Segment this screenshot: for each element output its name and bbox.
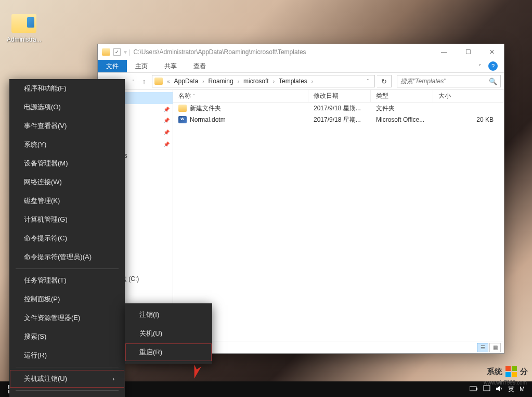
tab-share[interactable]: 共享: [156, 60, 185, 72]
winx-item-network[interactable]: 网络连接(W): [9, 173, 125, 191]
pin-icon: 📌: [163, 142, 170, 147]
list-header: 名称˄ 修改日期 类型 大小: [173, 90, 504, 103]
winx-item-system[interactable]: 系统(Y): [9, 135, 125, 154]
help-icon[interactable]: ?: [488, 61, 498, 71]
winx-item-search[interactable]: 搜索(S): [9, 327, 125, 346]
submenu-restart[interactable]: 重启(R): [125, 343, 212, 362]
sort-indicator: ˄: [193, 94, 195, 98]
navbar: ← → ˅ ↑ « AppData › Roaming › microsoft …: [98, 73, 504, 90]
svg-rect-6: [470, 387, 476, 391]
desktop-icon-admin[interactable]: Administra...: [7, 13, 42, 43]
desktop-icon-label: Administra...: [7, 36, 42, 43]
view-details-button[interactable]: ☰: [477, 343, 488, 352]
winx-item-compmgmt[interactable]: 计算机管理(G): [9, 210, 125, 229]
svg-rect-7: [476, 388, 477, 390]
tray-network-icon[interactable]: [483, 385, 490, 394]
winx-item-devmgr[interactable]: 设备管理器(M): [9, 154, 125, 173]
column-header-modified[interactable]: 修改日期: [308, 90, 371, 102]
word-doc-icon: [178, 116, 187, 123]
chevron-right-icon[interactable]: ›: [272, 79, 276, 84]
minimize-button[interactable]: —: [432, 44, 456, 60]
winx-item-taskmgr[interactable]: 任务管理器(T): [9, 271, 125, 290]
winx-item-cmd-admin[interactable]: 命令提示符(管理员)(A): [9, 248, 125, 266]
column-header-type[interactable]: 类型: [371, 90, 433, 102]
breadcrumb-item[interactable]: microsoft: [241, 78, 271, 85]
chevron-right-icon[interactable]: ›: [310, 79, 314, 84]
winx-item-run[interactable]: 运行(R): [9, 346, 125, 365]
tray-battery-icon[interactable]: [470, 386, 478, 393]
ribbon-expand-icon[interactable]: ˅: [474, 60, 485, 72]
list-item[interactable]: Normal.dotm 2017/9/18 星期... Microsoft Of…: [173, 114, 504, 125]
up-button[interactable]: ↑: [138, 75, 150, 87]
search-box[interactable]: 🔍: [397, 75, 501, 87]
submenu-signout[interactable]: 注销(I): [125, 305, 212, 324]
titlebar[interactable]: ✓ ▾ | C:\Users\Administrator\AppData\Roa…: [98, 44, 504, 60]
winx-item-power[interactable]: 电源选项(O): [9, 98, 125, 117]
chevron-right-icon: ›: [113, 376, 114, 382]
folder-icon: [178, 105, 187, 112]
svg-rect-8: [484, 386, 490, 391]
folder-icon: [11, 13, 36, 34]
submenu-shutdown[interactable]: 关机(U): [125, 324, 212, 343]
winx-item-explorer[interactable]: 文件资源管理器(E): [9, 309, 125, 327]
view-large-icons-button[interactable]: ▦: [489, 343, 501, 352]
breadcrumb-item[interactable]: AppData: [172, 78, 201, 85]
chevron-right-icon[interactable]: ›: [201, 79, 205, 84]
winx-menu: 程序和功能(F) 电源选项(O) 事件查看器(V) 系统(Y) 设备管理器(M)…: [9, 79, 125, 397]
breadcrumb[interactable]: « AppData › Roaming › microsoft › Templa…: [152, 75, 375, 87]
pin-icon: 📌: [163, 107, 170, 112]
folder-icon: [102, 48, 110, 56]
winx-item-programs[interactable]: 程序和功能(F): [9, 79, 125, 98]
winx-item-shutdown[interactable]: 关机或注销(U)›: [9, 369, 125, 388]
tray-ime-mode[interactable]: M: [520, 386, 525, 393]
separator: [16, 367, 119, 367]
list-body[interactable]: 新建文件夹 2017/9/18 星期... 文件夹 Normal.dotm 20…: [173, 103, 504, 341]
watermark: 系统 分: [487, 366, 528, 377]
refresh-button[interactable]: ↻: [377, 75, 392, 87]
system-tray: 英 M: [470, 385, 530, 394]
winx-item-eventviewer[interactable]: 事件查看器(V): [9, 117, 125, 135]
chevron-right-icon[interactable]: ›: [237, 79, 240, 84]
separator: ▾ |: [124, 48, 130, 56]
folder-icon: [154, 78, 163, 85]
separator: [16, 390, 119, 391]
watermark-logo-icon: [505, 366, 517, 377]
shutdown-submenu: 注销(I) 关机(U) 重启(R): [125, 303, 212, 364]
search-icon[interactable]: 🔍: [489, 78, 497, 85]
winx-item-diskmgmt[interactable]: 磁盘管理(K): [9, 191, 125, 210]
breadcrumb-item[interactable]: Templates: [277, 78, 309, 85]
annotation-arrow-icon: [188, 364, 204, 380]
watermark-url: www.win7999.com: [484, 380, 527, 386]
tab-view[interactable]: 查看: [185, 60, 214, 72]
winx-item-cmd[interactable]: 命令提示符(C): [9, 229, 125, 248]
chevron-right-icon[interactable]: «: [166, 79, 171, 84]
quick-access-toolbar-item[interactable]: ✓: [113, 48, 121, 56]
ribbon-tabs: 文件 主页 共享 查看 ˅ ?: [98, 60, 504, 73]
history-dropdown[interactable]: ˅: [130, 79, 136, 84]
file-list: 名称˄ 修改日期 类型 大小 新建文件夹 2017/9/18 星期... 文件夹…: [173, 90, 504, 341]
winx-item-control[interactable]: 控制面板(P): [9, 290, 125, 309]
column-header-size[interactable]: 大小: [433, 90, 504, 102]
tab-home[interactable]: 主页: [127, 60, 156, 72]
maximize-button[interactable]: ☐: [456, 44, 480, 60]
window-title: C:\Users\Administrator\AppData\Roaming\m…: [133, 48, 432, 56]
breadcrumb-dropdown[interactable]: ˅: [364, 79, 372, 84]
window-controls: — ☐ ✕: [432, 44, 504, 60]
pin-icon: 📌: [163, 130, 170, 135]
close-button[interactable]: ✕: [480, 44, 504, 60]
list-item[interactable]: 新建文件夹 2017/9/18 星期... 文件夹: [173, 103, 504, 114]
tray-ime-lang[interactable]: 英: [508, 385, 514, 394]
tab-file[interactable]: 文件: [98, 60, 127, 72]
breadcrumb-item[interactable]: Roaming: [206, 78, 236, 85]
separator: [16, 268, 119, 269]
pin-icon: 📌: [163, 118, 170, 123]
column-header-name[interactable]: 名称˄: [173, 90, 308, 102]
winx-item-desktop[interactable]: 桌面(D): [9, 393, 125, 397]
tray-volume-icon[interactable]: [496, 385, 503, 394]
search-input[interactable]: [400, 78, 489, 85]
